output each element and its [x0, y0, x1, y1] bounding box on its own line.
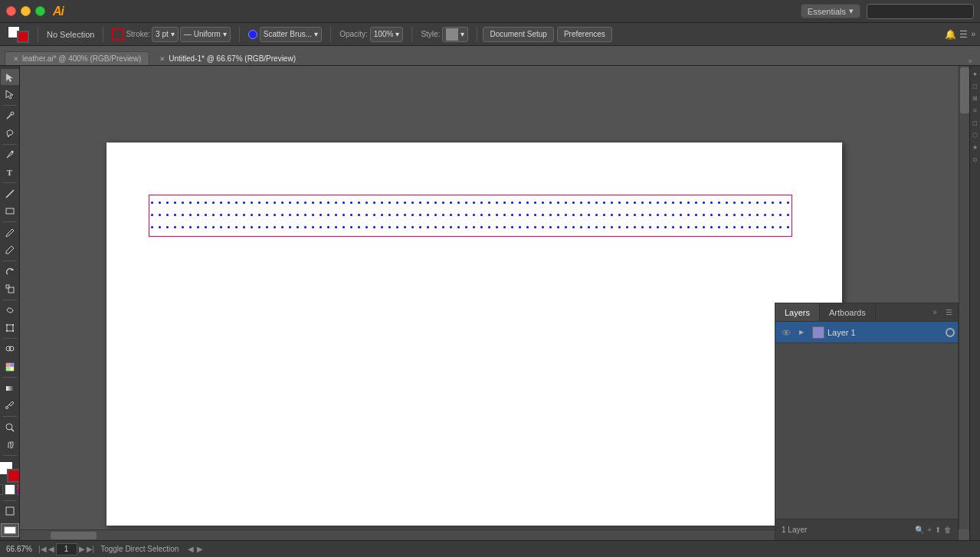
toggle-next-btn[interactable]: ▶: [197, 545, 203, 553]
gradient-tool[interactable]: [1, 380, 19, 396]
toolbar-right-arrow-icon[interactable]: »: [971, 30, 975, 38]
scatter-dot: [373, 226, 375, 228]
vertical-scrollbar[interactable]: [959, 66, 969, 529]
tab-untitled[interactable]: ✕ Untitled-1* @ 66.67% (RGB/Preview): [151, 51, 304, 65]
toolbar-extras-icon[interactable]: 🔔: [945, 29, 956, 40]
magic-wand-tool[interactable]: [1, 108, 19, 124]
tab-close-untitled[interactable]: ✕: [159, 55, 166, 63]
right-panel-color-icon[interactable]: ●: [971, 69, 980, 78]
stroke-type-arrow: ▾: [223, 30, 227, 38]
layers-delete-icon[interactable]: 🗑: [944, 526, 952, 534]
layers-add-icon[interactable]: +: [927, 526, 932, 534]
scatter-dot: [320, 226, 322, 228]
scatter-dot: [503, 202, 506, 204]
direct-selection-tool[interactable]: [1, 86, 19, 102]
scatter-dot: [511, 214, 513, 216]
layers-expand-icon[interactable]: »: [929, 306, 941, 319]
eyedropper-tool[interactable]: [1, 398, 19, 414]
shape-builder-tool[interactable]: [1, 341, 19, 357]
selection-section: No Selection: [44, 30, 97, 39]
scatter-dot: [726, 214, 728, 216]
right-panel-transform-icon[interactable]: ◻: [971, 118, 980, 127]
scrollbar-thumb-horizontal[interactable]: [51, 532, 97, 539]
opacity-dropdown[interactable]: 100% ▾: [370, 27, 404, 42]
maximize-button[interactable]: [35, 6, 45, 16]
first-page-btn[interactable]: |◀: [38, 545, 47, 553]
right-panel-doc-icon[interactable]: ◻: [971, 81, 980, 90]
paintbrush-tool[interactable]: [1, 224, 19, 241]
pencil-tool[interactable]: [1, 242, 19, 258]
scatter-dot: [465, 202, 467, 204]
toggle-prev-btn[interactable]: ◀: [188, 545, 194, 553]
scatter-dot: [580, 214, 582, 216]
layers-search-icon[interactable]: 🔍: [915, 526, 924, 534]
scatter-dot: [151, 202, 153, 204]
right-panel-links-icon[interactable]: ⬡: [971, 130, 980, 139]
scatter-dot: [411, 202, 414, 204]
layer-visibility-icon[interactable]: [778, 325, 794, 340]
scatter-dot: [289, 202, 291, 204]
layers-tab[interactable]: Layers: [775, 303, 820, 321]
toolbar-menu-icon[interactable]: ☰: [959, 29, 968, 40]
selection-tool[interactable]: [1, 69, 19, 85]
style-dropdown[interactable]: ▾: [442, 27, 468, 42]
right-panel-pp-icon[interactable]: ⊙: [971, 155, 980, 164]
right-panel-align-icon[interactable]: ≡: [971, 106, 980, 115]
stroke-indicator[interactable]: [17, 31, 29, 43]
minimize-button[interactable]: [21, 6, 31, 16]
tab-leather[interactable]: ✕ leather.ai* @ 400% (RGB/Preview): [5, 51, 149, 65]
stroke-type-dropdown[interactable]: — Uniform ▾: [180, 27, 231, 42]
brush-dropdown[interactable]: Scatter Brus... ▾: [260, 27, 322, 42]
small-swatch-black[interactable]: [0, 484, 3, 495]
right-panel-fx-icon[interactable]: ★: [971, 143, 980, 152]
preferences-button[interactable]: Preferences: [557, 27, 612, 42]
warp-tool[interactable]: [1, 303, 19, 319]
free-transform-tool[interactable]: [1, 319, 19, 336]
stroke-box[interactable]: [7, 469, 21, 483]
last-page-btn[interactable]: ▶|: [87, 545, 95, 553]
hand-tool[interactable]: [1, 436, 19, 452]
tab-close-leather[interactable]: ✕: [13, 55, 19, 63]
line-tool[interactable]: [1, 185, 19, 202]
rotate-tool[interactable]: [1, 264, 19, 280]
layer-row-1[interactable]: ▶ Layer 1: [775, 322, 958, 343]
layer-target-circle[interactable]: [946, 328, 955, 337]
tabs-right-arrow[interactable]: »: [968, 57, 972, 65]
scale-tool[interactable]: [1, 280, 19, 297]
selected-object[interactable]: [149, 195, 792, 237]
document-setup-button[interactable]: Document Setup: [483, 27, 554, 42]
artboard-tool-icon[interactable]: [1, 523, 19, 537]
rectangle-tool[interactable]: [1, 203, 19, 219]
artboards-tab[interactable]: Artboards: [820, 303, 876, 321]
next-page-btn[interactable]: ▶: [79, 545, 85, 553]
layers-menu-icon[interactable]: ☰: [942, 306, 955, 319]
lasso-tool[interactable]: [1, 125, 19, 141]
scatter-dot: [641, 202, 644, 204]
scatter-dot: [611, 202, 613, 204]
zoom-tool[interactable]: [1, 419, 19, 435]
layer-expand-icon[interactable]: ▶: [794, 325, 809, 340]
scatter-dot: [465, 214, 467, 216]
scatter-dot: [434, 226, 437, 228]
search-input[interactable]: [867, 4, 974, 19]
close-button[interactable]: [6, 6, 16, 16]
page-input[interactable]: [56, 543, 77, 555]
essentials-button[interactable]: Essentials ▾: [801, 4, 860, 18]
pen-tool[interactable]: [1, 147, 19, 163]
stroke-color-swatch[interactable]: [112, 28, 124, 41]
prev-page-btn[interactable]: ◀: [48, 545, 54, 553]
scatter-dot: [373, 214, 375, 216]
fill-stroke-selector[interactable]: [0, 461, 20, 483]
type-tool[interactable]: T: [1, 164, 19, 180]
live-paint-tool[interactable]: [1, 359, 19, 375]
canvas-area[interactable]: Layers Artboards » ☰ ▶ Layer 1: [20, 66, 969, 540]
scrollbar-thumb-vertical[interactable]: [960, 67, 969, 113]
scatter-dot: [404, 202, 406, 204]
right-panel-grid-icon[interactable]: ⊞: [971, 93, 980, 103]
layers-move-icon[interactable]: ⬆: [935, 526, 941, 534]
scatter-dot: [174, 202, 176, 204]
small-swatch-white[interactable]: [5, 484, 15, 495]
scatter-dot: [258, 214, 261, 216]
drawing-mode-icon[interactable]: [1, 503, 19, 519]
stroke-value-dropdown[interactable]: 3 pt ▾: [152, 27, 179, 42]
